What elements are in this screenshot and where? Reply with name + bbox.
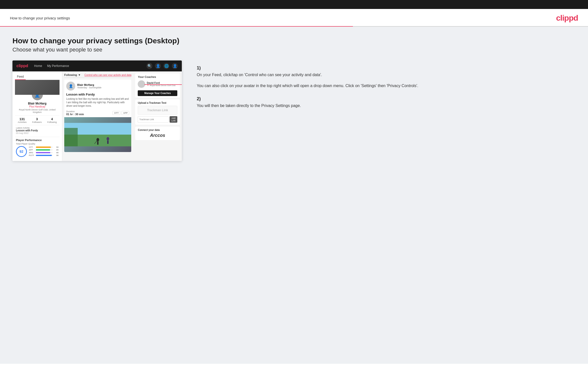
svg-rect-6 <box>107 141 108 144</box>
activities-value: 131 <box>18 117 27 121</box>
post-duration: Duration 01 hr : 30 min OTT APP <box>64 109 131 117</box>
tag-app: APP <box>121 111 129 115</box>
stat-followers: 3 Followers <box>32 117 42 123</box>
latest-activity: Latest Activity Lesson with Fordy 03 Aug… <box>15 125 60 136</box>
app-track <box>36 149 53 151</box>
add-link-button[interactable]: Add Link <box>170 116 177 123</box>
perf-body: 92 OTT 90 APP <box>16 146 59 157</box>
post-header: 👤 Blair McHarg Yesterday · Sunningdale <box>64 80 131 93</box>
footer: Copyright Clippd 2022 <box>0 364 588 367</box>
following-label: Following <box>64 73 77 76</box>
instruction-step1: 1) On your Feed, click/tap on 'Control w… <box>197 65 576 89</box>
post-avatar: 👤 <box>66 82 75 91</box>
avatar-icon[interactable]: 👤 <box>172 63 178 69</box>
instructions-panel: 1) On your Feed, click/tap on 'Control w… <box>192 60 576 116</box>
user-icon[interactable]: 👤 <box>155 63 161 69</box>
app-label: APP <box>29 149 35 151</box>
ott-label: OTT <box>29 146 35 148</box>
stat-activities: 131 Activities <box>18 117 27 123</box>
perf-bar-ott: OTT 90 <box>29 146 59 148</box>
step2-text: You will then be taken directly to the P… <box>197 103 576 109</box>
putt-track <box>36 155 53 156</box>
app-fill <box>36 149 50 151</box>
ott-val: 90 <box>54 146 59 148</box>
manage-coaches-button[interactable]: Manage Your Coaches <box>138 90 177 96</box>
connect-card: Connect your data Arccos <box>135 127 180 140</box>
browser-tab-title: How to change your privacy settings <box>10 16 70 20</box>
arccos-logo: Arccos <box>138 133 177 138</box>
post-card: 👤 Blair McHarg Yesterday · Sunningdale L… <box>64 80 131 152</box>
perf-title: Player Performance <box>16 139 59 142</box>
coach-avatar <box>138 80 145 88</box>
app-navbar: clippd Home My Performance 🔍 👤 🌐 👤 <box>12 60 182 71</box>
profile-card: 👤 Blair McHarg Plus Handicap Royal North… <box>15 80 60 136</box>
step2-number: 2) <box>197 96 576 102</box>
post-user-info: Blair McHarg Yesterday · Sunningdale <box>77 83 101 89</box>
app-feed: Following ▼ Control who can see your act… <box>62 71 133 161</box>
globe-icon[interactable]: 🌐 <box>163 63 169 69</box>
profile-banner <box>15 80 60 95</box>
following-value: 4 <box>47 117 57 121</box>
main-content: How to change your privacy settings (Des… <box>0 27 588 364</box>
app-nav-icons: 🔍 👤 🌐 👤 <box>146 63 178 69</box>
post-image <box>64 117 131 152</box>
duration-info: Duration 01 hr : 30 min <box>66 110 84 116</box>
ott-track <box>36 147 53 148</box>
following-label: Following <box>47 121 57 123</box>
putt-label: PUTT <box>29 154 35 157</box>
perf-quality-label: Total Player Quality <box>16 143 59 145</box>
nav-link-home[interactable]: Home <box>34 64 42 68</box>
perf-bar-arg: ARG 86 <box>29 152 59 154</box>
app-body: Feed 👤 Blair McHarg Plus Handicap Royal … <box>12 71 182 161</box>
arg-label: ARG <box>29 152 35 154</box>
nav-link-performance[interactable]: My Performance <box>47 64 69 68</box>
latest-activity-name: Lesson with Fordy <box>16 129 59 132</box>
followers-label: Followers <box>32 121 42 123</box>
profile-name: Blair McHarg <box>15 102 60 105</box>
trackman-link-input[interactable] <box>138 116 169 123</box>
trackman-title: Upload a Trackman Test <box>138 102 177 104</box>
perf-bar-putt: PUTT 96 <box>29 154 59 157</box>
feed-tab[interactable]: Feed <box>15 74 26 80</box>
latest-activity-label: Latest Activity <box>16 127 59 129</box>
clippd-logo: clippd <box>556 13 578 23</box>
post-title: Lesson with Fordy <box>64 93 131 97</box>
duration-value: 01 hr : 30 min <box>66 113 84 116</box>
quality-circle: 92 <box>16 146 27 157</box>
app-sidebar: Feed 👤 Blair McHarg Plus Handicap Royal … <box>12 71 62 161</box>
step1-text: On your Feed, click/tap on 'Control who … <box>197 72 576 78</box>
control-privacy-link[interactable]: Control who can see your activity and da… <box>84 74 131 76</box>
svg-point-5 <box>107 137 109 140</box>
perf-bar-app: APP 85 <box>29 149 59 151</box>
app-val: 85 <box>54 149 59 151</box>
search-icon[interactable]: 🔍 <box>146 63 152 69</box>
page-title: How to change your privacy settings (Des… <box>12 37 576 45</box>
putt-fill <box>36 155 52 156</box>
following-chevron: ▼ <box>78 73 81 76</box>
followers-value: 3 <box>32 117 42 121</box>
coaches-card: Your Coaches David Ford 📍 Royal North De… <box>135 73 180 98</box>
following-button[interactable]: Following ▼ <box>64 73 81 76</box>
app-nav-links: Home My Performance <box>34 64 146 68</box>
svg-rect-2 <box>64 128 78 146</box>
latest-activity-date: 03 Aug 2022 <box>16 132 59 134</box>
page-subtitle: Choose what you want people to see <box>12 47 576 53</box>
profile-stats: 131 Activities 3 Followers 4 Following <box>15 115 60 125</box>
duration-tags: OTT APP <box>112 111 129 115</box>
header: How to change your privacy settings clip… <box>0 9 588 26</box>
annotation-line-horizontal <box>144 84 182 85</box>
profile-tag: Plus Handicap <box>15 105 60 108</box>
trackman-card: Upload a Trackman Test Trackman Link Add… <box>135 100 180 125</box>
svg-rect-4 <box>97 141 98 145</box>
instruction-step2: 2) You will then be taken directly to th… <box>197 96 576 109</box>
post-description: Looking to feel like my hands are exitin… <box>64 97 131 109</box>
trackman-input-row: Add Link <box>138 116 177 123</box>
putt-val: 96 <box>54 154 59 157</box>
player-performance: Player Performance Total Player Quality … <box>15 137 60 158</box>
profile-club: Royal North Devon Golf Club, United King… <box>15 108 60 113</box>
top-bar <box>0 0 588 9</box>
following-bar: Following ▼ Control who can see your act… <box>64 73 131 78</box>
arg-fill <box>36 152 50 153</box>
step1-extra: You can also click on your avatar in the… <box>197 83 576 89</box>
arg-val: 86 <box>54 152 59 154</box>
